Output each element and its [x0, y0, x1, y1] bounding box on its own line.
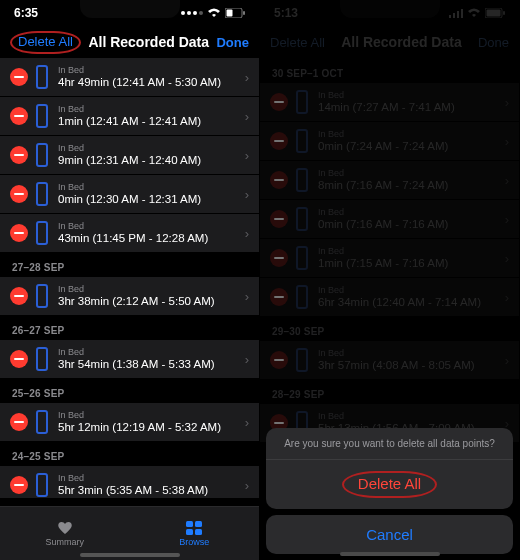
data-row[interactable]: In Bed 1min (7:15 AM - 7:16 AM) ›: [260, 239, 519, 277]
chevron-right-icon: ›: [499, 290, 509, 305]
row-category: In Bed: [58, 104, 239, 114]
chevron-right-icon: ›: [499, 251, 509, 266]
delete-all-label: Delete All: [342, 471, 437, 498]
delete-minus-icon[interactable]: [10, 107, 28, 125]
row-category: In Bed: [58, 410, 239, 420]
row-category: In Bed: [318, 129, 499, 139]
chevron-right-icon: ›: [239, 187, 249, 202]
row-value: 0min (7:24 AM - 7:24 AM): [318, 140, 499, 153]
data-row[interactable]: In Bed 3hr 57min (4:08 AM - 8:05 AM) ›: [260, 341, 519, 379]
data-row[interactable]: In Bed 0min (12:30 AM - 12:31 AM) ›: [0, 175, 259, 213]
row-category: In Bed: [58, 473, 239, 483]
row-category: In Bed: [58, 284, 239, 294]
tab-bar: Summary Browse: [0, 506, 259, 560]
delete-minus-icon[interactable]: [10, 68, 28, 86]
delete-minus-icon[interactable]: [10, 146, 28, 164]
section-header: 28–29 SEP: [260, 379, 519, 404]
data-row[interactable]: In Bed 4hr 49min (12:41 AM - 5:30 AM) ›: [0, 58, 259, 96]
data-list[interactable]: In Bed 4hr 49min (12:41 AM - 5:30 AM) › …: [0, 58, 259, 498]
data-row[interactable]: In Bed 8min (7:16 AM - 7:24 AM) ›: [260, 161, 519, 199]
svg-rect-7: [449, 15, 451, 18]
delete-minus-icon[interactable]: [10, 224, 28, 242]
device-phone-icon: [36, 347, 48, 371]
row-category: In Bed: [58, 143, 239, 153]
svg-rect-13: [487, 10, 501, 17]
section-header: 25–26 SEP: [0, 378, 259, 403]
device-phone-icon: [296, 246, 308, 270]
svg-rect-9: [457, 11, 459, 18]
row-category: In Bed: [318, 348, 499, 358]
svg-rect-6: [195, 529, 202, 535]
row-category: In Bed: [58, 65, 239, 75]
data-row[interactable]: In Bed 43min (11:45 PM - 12:28 AM) ›: [0, 214, 259, 252]
status-time: 6:35: [14, 6, 38, 20]
home-indicator[interactable]: [340, 552, 440, 556]
device-phone-icon: [296, 90, 308, 114]
row-value: 4hr 49min (12:41 AM - 5:30 AM): [58, 76, 239, 89]
left-phone: 6:35 Delete All All Recorded Data Done I…: [0, 0, 260, 560]
device-phone-icon: [296, 129, 308, 153]
chevron-right-icon: ›: [239, 70, 249, 85]
battery-icon: [225, 8, 245, 18]
svg-rect-12: [503, 11, 505, 15]
chevron-right-icon: ›: [499, 173, 509, 188]
done-button[interactable]: Done: [216, 35, 249, 50]
data-row[interactable]: In Bed 6hr 34min (12:40 AM - 7:14 AM) ›: [260, 278, 519, 316]
delete-minus-icon[interactable]: [270, 171, 288, 189]
delete-all-button[interactable]: Delete All: [10, 31, 81, 54]
delete-minus-icon[interactable]: [270, 132, 288, 150]
delete-minus-icon[interactable]: [10, 413, 28, 431]
section-header: 27–28 SEP: [0, 252, 259, 277]
chevron-right-icon: ›: [239, 289, 249, 304]
device-phone-icon: [296, 285, 308, 309]
data-row[interactable]: In Bed 3hr 38min (2:12 AM - 5:50 AM) ›: [0, 277, 259, 315]
data-row[interactable]: In Bed 1min (12:41 AM - 12:41 AM) ›: [0, 97, 259, 135]
data-row[interactable]: In Bed 0min (7:16 AM - 7:16 AM) ›: [260, 200, 519, 238]
row-value: 0min (7:16 AM - 7:16 AM): [318, 218, 499, 231]
device-phone-icon: [296, 207, 308, 231]
status-indicators: [449, 8, 505, 18]
nav-bar: Delete All All Recorded Data Done: [260, 26, 519, 58]
device-phone-icon: [36, 65, 48, 89]
device-phone-icon: [36, 182, 48, 206]
sheet-delete-button[interactable]: Delete All: [266, 460, 513, 509]
delete-minus-icon[interactable]: [10, 185, 28, 203]
row-value: 1min (12:41 AM - 12:41 AM): [58, 115, 239, 128]
wifi-icon: [207, 8, 221, 18]
data-row[interactable]: In Bed 5hr 12min (12:19 AM - 5:32 AM) ›: [0, 403, 259, 441]
row-category: In Bed: [318, 168, 499, 178]
action-sheet: Are you sure you want to delete all data…: [266, 428, 513, 554]
sheet-cancel-button[interactable]: Cancel: [266, 515, 513, 554]
delete-minus-icon[interactable]: [10, 476, 28, 494]
delete-minus-icon[interactable]: [270, 288, 288, 306]
battery-icon: [485, 8, 505, 18]
delete-all-button[interactable]: Delete All: [270, 35, 325, 50]
done-button[interactable]: Done: [478, 35, 509, 50]
signal-icon: [449, 8, 463, 18]
notch: [80, 0, 180, 18]
delete-minus-icon[interactable]: [270, 93, 288, 111]
data-row[interactable]: In Bed 3hr 54min (1:38 AM - 5:33 AM) ›: [0, 340, 259, 378]
data-row[interactable]: In Bed 9min (12:31 AM - 12:40 AM) ›: [0, 136, 259, 174]
data-row[interactable]: In Bed 5hr 3min (5:35 AM - 5:38 AM) ›: [0, 466, 259, 498]
home-indicator[interactable]: [80, 553, 180, 557]
data-row[interactable]: In Bed 0min (7:24 AM - 7:24 AM) ›: [260, 122, 519, 160]
heart-icon: [54, 521, 76, 535]
delete-minus-icon[interactable]: [270, 351, 288, 369]
row-value: 8min (7:16 AM - 7:24 AM): [318, 179, 499, 192]
row-value: 3hr 38min (2:12 AM - 5:50 AM): [58, 295, 239, 308]
delete-minus-icon[interactable]: [270, 210, 288, 228]
delete-minus-icon[interactable]: [10, 350, 28, 368]
row-value: 9min (12:31 AM - 12:40 AM): [58, 154, 239, 167]
device-phone-icon: [36, 284, 48, 308]
device-phone-icon: [296, 348, 308, 372]
right-phone: 5:13 Delete All All Recorded Data Done 3…: [260, 0, 520, 560]
chevron-right-icon: ›: [499, 353, 509, 368]
row-value: 0min (12:30 AM - 12:31 AM): [58, 193, 239, 206]
delete-minus-icon[interactable]: [270, 249, 288, 267]
tab-label: Browse: [179, 537, 209, 547]
device-phone-icon: [36, 143, 48, 167]
chevron-right-icon: ›: [239, 226, 249, 241]
delete-minus-icon[interactable]: [10, 287, 28, 305]
data-row[interactable]: In Bed 14min (7:27 AM - 7:41 AM) ›: [260, 83, 519, 121]
